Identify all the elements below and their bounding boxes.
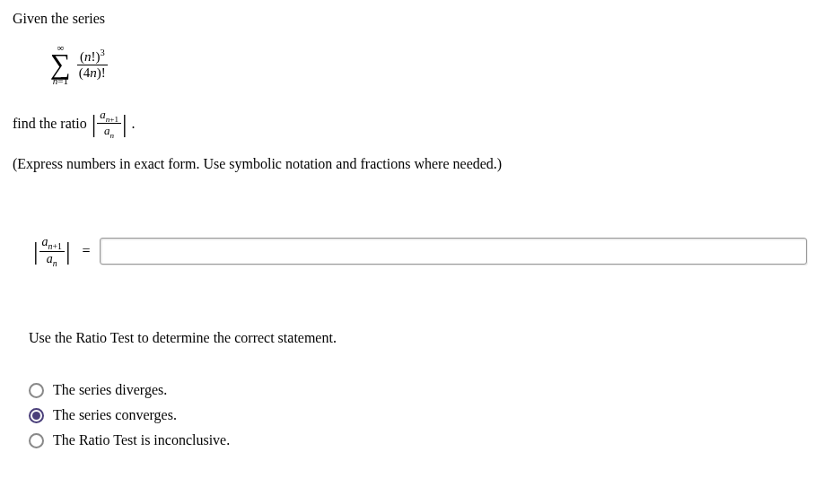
radio-option-inconclusive[interactable]: The Ratio Test is inconclusive. bbox=[29, 432, 810, 448]
answer-row: | an+1 an | = bbox=[29, 235, 810, 268]
second-prompt: Use the Ratio Test to determine the corr… bbox=[29, 330, 810, 346]
radio-option-diverges[interactable]: The series diverges. bbox=[29, 382, 810, 398]
answer-input[interactable] bbox=[100, 238, 807, 265]
answer-ratio-fraction: an+1 an bbox=[39, 235, 65, 268]
instruction-text: (Express numbers in exact form. Use symb… bbox=[13, 156, 810, 172]
ratio-expression: | an+1 an | bbox=[91, 108, 128, 140]
radio-dot bbox=[32, 412, 40, 420]
radio-circle[interactable] bbox=[29, 383, 44, 398]
series-denominator: (4n)! bbox=[76, 65, 109, 81]
sigma-block: ∞ ∑ n=1 bbox=[50, 43, 71, 86]
series-fraction: (n!)3 (4n)! bbox=[76, 48, 109, 81]
radio-circle[interactable] bbox=[29, 433, 44, 448]
series-formula: ∞ ∑ n=1 (n!)3 (4n)! bbox=[50, 43, 810, 86]
equals-sign: = bbox=[83, 243, 91, 259]
abs-bar-left: | bbox=[32, 239, 39, 264]
ratio-numerator: an+1 bbox=[97, 108, 121, 125]
answer-ratio-numerator: an+1 bbox=[39, 235, 65, 252]
radio-option-converges[interactable]: The series converges. bbox=[29, 407, 810, 423]
answer-ratio-denominator: an bbox=[44, 252, 60, 268]
abs-bar-left: | bbox=[91, 111, 98, 136]
radio-label: The series converges. bbox=[53, 407, 177, 423]
ratio-fraction: an+1 an bbox=[97, 108, 121, 140]
ratio-denominator: an bbox=[101, 124, 117, 140]
radio-label: The Ratio Test is inconclusive. bbox=[53, 432, 230, 448]
series-numerator: (n!)3 bbox=[77, 48, 108, 65]
radio-label: The series diverges. bbox=[53, 382, 167, 398]
answer-ratio-expression: | an+1 an | bbox=[32, 235, 72, 268]
intro-text: Given the series bbox=[13, 11, 810, 27]
abs-bar-right: | bbox=[65, 239, 72, 264]
sigma-lower-limit: n=1 bbox=[53, 76, 68, 86]
abs-bar-right: | bbox=[121, 111, 128, 136]
find-ratio-suffix: . bbox=[132, 116, 136, 132]
radio-group: The series diverges. The series converge… bbox=[29, 382, 810, 448]
sigma-symbol: ∑ bbox=[50, 53, 71, 76]
find-ratio-line: find the ratio | an+1 an | . bbox=[13, 108, 810, 140]
radio-circle[interactable] bbox=[29, 408, 44, 423]
find-ratio-prefix: find the ratio bbox=[13, 116, 87, 132]
